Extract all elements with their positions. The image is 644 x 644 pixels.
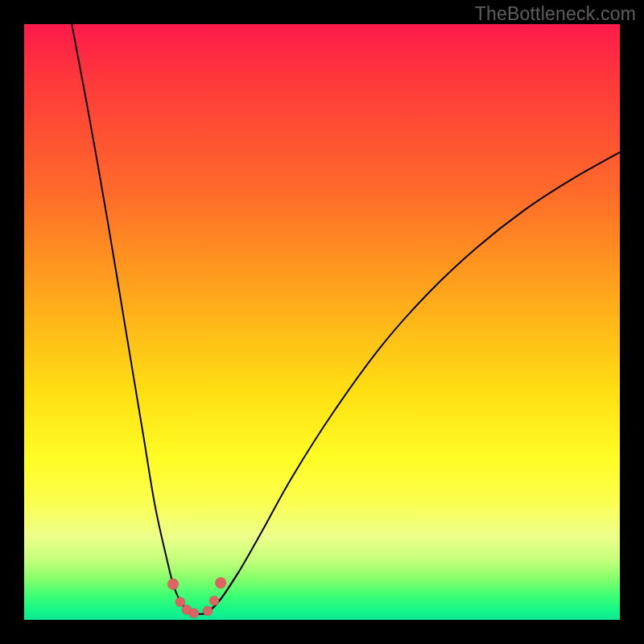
plot-area	[24, 24, 620, 620]
curve-markers	[167, 577, 226, 618]
data-marker	[215, 577, 226, 588]
curve-left-branch	[72, 24, 196, 614]
chart-svg	[24, 24, 620, 620]
data-marker	[209, 596, 219, 605]
watermark-text: TheBottleneck.com	[475, 3, 636, 25]
curve-right-branch	[203, 152, 620, 614]
data-marker	[189, 609, 199, 618]
bottleneck-curve	[72, 24, 620, 614]
data-marker	[175, 597, 185, 607]
chart-outer-frame: TheBottleneck.com	[0, 0, 644, 644]
data-marker	[203, 606, 213, 616]
data-marker	[167, 579, 179, 590]
